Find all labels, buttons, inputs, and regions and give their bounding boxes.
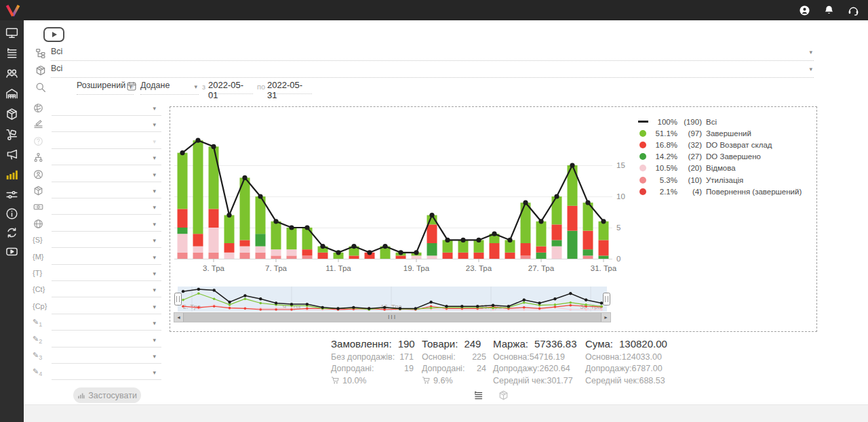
total-point[interactable]: [367, 250, 372, 255]
total-point[interactable]: [273, 219, 278, 224]
sidebar-item-statistics[interactable]: [5, 167, 19, 182]
filter-select[interactable]: ▾: [52, 366, 161, 380]
filter-select[interactable]: ▾: [52, 284, 161, 297]
filter-select[interactable]: ▾: [52, 119, 161, 132]
total-point[interactable]: [226, 213, 231, 217]
tag-icon: {S}: [33, 236, 44, 247]
monitor-icon: [5, 26, 19, 40]
video-help-button[interactable]: [43, 27, 64, 42]
scroll-right-arrow[interactable]: ►: [601, 313, 610, 322]
filter-select[interactable]: ▾: [52, 268, 161, 281]
navigator-right-handle[interactable]: [603, 293, 610, 305]
total-point[interactable]: [429, 213, 434, 217]
total-point[interactable]: [258, 194, 262, 198]
total-point[interactable]: [336, 250, 340, 255]
filter-row-7: ▾: [33, 201, 163, 216]
products-view-toggle[interactable]: [498, 389, 509, 401]
total-point[interactable]: [195, 138, 200, 143]
filter-select[interactable]: ▾: [52, 185, 161, 198]
total-point[interactable]: [445, 238, 450, 242]
sidebar-item-dashboard[interactable]: [5, 26, 19, 40]
legend-item[interactable]: 5.3%(10)Утилізація: [634, 174, 802, 186]
total-point[interactable]: [304, 225, 309, 230]
stat-subrow: Середній чек:301.77: [493, 376, 562, 385]
sidebar-item-marketing[interactable]: [5, 147, 19, 161]
scroll-left-arrow[interactable]: ◄: [174, 313, 183, 322]
total-point[interactable]: [211, 144, 216, 149]
filter-select[interactable]: ▾: [52, 334, 161, 347]
legend-item[interactable]: 10.5%(20)Відмова: [634, 163, 802, 174]
apply-button[interactable]: Застосувати: [73, 387, 141, 403]
legend-item[interactable]: 16.8%(32)DO Возврат склад: [634, 139, 802, 150]
total-point[interactable]: [289, 225, 294, 230]
bar-4: [224, 215, 235, 259]
total-point[interactable]: [554, 194, 559, 198]
date-from-input[interactable]: 2022-05-01: [208, 80, 253, 94]
view-toggles: [473, 389, 509, 401]
status-filter-select[interactable]: Всі ▾: [51, 47, 814, 61]
user-icon[interactable]: [798, 4, 811, 17]
bar-segment-refuse: [271, 249, 281, 255]
total-point[interactable]: [351, 244, 356, 249]
hierarchy-icon: [33, 152, 44, 163]
total-point[interactable]: [460, 238, 465, 242]
filter-select[interactable]: ▾: [52, 102, 161, 116]
date-field-select[interactable]: Додане ▾: [140, 81, 199, 95]
legend-item[interactable]: 100%(190)Всі: [634, 116, 802, 127]
brand-logo[interactable]: [4, 1, 22, 19]
sidebar-item-clients[interactable]: [5, 66, 19, 81]
search-mode-select[interactable]: Розширений ▾: [77, 81, 134, 95]
headset-icon[interactable]: [847, 4, 860, 17]
bell-icon[interactable]: [823, 4, 835, 17]
navigator-scrollbar[interactable]: ◄ ► III: [174, 312, 611, 322]
orders-view-toggle[interactable]: [473, 389, 484, 401]
chart-navigator[interactable]: 2. Тра9. Тра16. Тра23. Тра30. Тра: [178, 287, 607, 312]
total-point[interactable]: [414, 250, 418, 255]
filter-select[interactable]: ▾: [52, 169, 161, 182]
total-point[interactable]: [382, 244, 387, 249]
total-point[interactable]: [523, 201, 528, 205]
legend-item[interactable]: 2.1%(4)Повернення (завершений): [634, 186, 802, 197]
sidebar-item-orders[interactable]: [5, 46, 19, 60]
bar-segment-refuse: [224, 253, 235, 259]
total-point[interactable]: [601, 219, 606, 224]
legend-item[interactable]: 51.1%(97)Завершений: [634, 127, 802, 139]
total-point[interactable]: [507, 238, 512, 242]
sidebar-item-products[interactable]: [5, 107, 19, 121]
total-point[interactable]: [476, 238, 481, 242]
total-point[interactable]: [242, 175, 247, 180]
total-point[interactable]: [570, 163, 574, 167]
total-point[interactable]: [492, 232, 496, 236]
stat-subrow: Середній чек:688.53: [585, 376, 656, 385]
chevron-down-icon: ▾: [153, 221, 156, 228]
filter-select[interactable]: ▾: [52, 201, 161, 215]
filter-select[interactable]: ▾: [52, 234, 161, 248]
total-point[interactable]: [180, 150, 184, 155]
legend-item[interactable]: 14.2%(27)DO Завершено: [634, 151, 802, 163]
refresh-icon: [5, 226, 19, 240]
filter-select[interactable]: ▾: [52, 152, 161, 165]
stat-cart-row: 9.6%: [422, 376, 486, 385]
total-point[interactable]: [398, 250, 403, 255]
sidebar-item-warehouse[interactable]: [5, 87, 19, 101]
filter-select[interactable]: ▾: [52, 350, 161, 364]
total-point[interactable]: [585, 201, 590, 205]
sidebar-item-video-lessons[interactable]: [5, 245, 19, 259]
scrollbar-thumb[interactable]: III: [183, 313, 601, 322]
filter-select[interactable]: ▾: [52, 317, 161, 331]
filter-select[interactable]: ▾: [52, 135, 161, 149]
sidebar-item-supply[interactable]: [5, 127, 19, 142]
filter-select[interactable]: ▾: [52, 218, 161, 232]
product-filter-select[interactable]: Всі ▾: [51, 64, 814, 78]
filter-select[interactable]: ▾: [52, 251, 161, 265]
total-point[interactable]: [320, 244, 325, 249]
sidebar-item-integrations[interactable]: [5, 226, 19, 240]
navigator-left-handle[interactable]: [174, 293, 182, 305]
date-to-input[interactable]: 2022-05-31: [267, 80, 312, 94]
sidebar-item-settings[interactable]: [5, 188, 19, 202]
y-axis-tick: 10: [616, 192, 625, 201]
total-point[interactable]: [538, 219, 543, 224]
bar-segment-do_done: [178, 228, 188, 234]
filter-select[interactable]: ▾: [52, 301, 161, 314]
sidebar-item-info[interactable]: [5, 207, 19, 221]
